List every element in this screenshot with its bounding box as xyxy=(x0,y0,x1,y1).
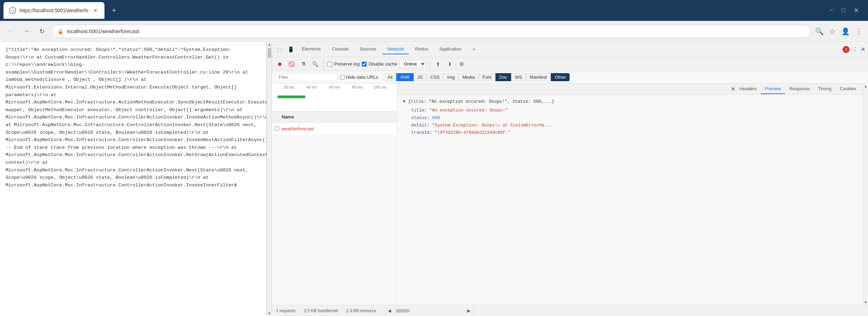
filter-tab-css[interactable]: CSS xyxy=(427,73,444,81)
scroll-left-arrow[interactable]: ◀ xyxy=(385,305,394,316)
hide-data-urls-input[interactable] xyxy=(340,75,345,79)
preview-title-val: "An exception occured: Ooops!" xyxy=(430,108,508,113)
maximize-button[interactable]: □ xyxy=(842,7,845,14)
filter-icon-button[interactable]: ⚗ xyxy=(298,59,308,69)
url-text: localhost:5001/weatherforecast xyxy=(67,28,139,34)
resource-size: 2.3 KB resource xyxy=(346,308,376,313)
filter-tab-js[interactable]: JS xyxy=(414,73,427,81)
page-scroll-thumb[interactable] xyxy=(268,48,271,58)
disable-cache-input[interactable] xyxy=(362,62,367,67)
filter-tab-media[interactable]: Media xyxy=(459,73,478,81)
network-left: 20 ms 40 ms 60 ms 80 ms 100 ms Name xyxy=(272,84,397,305)
filter-tab-xhr[interactable]: XHR xyxy=(396,73,413,81)
toolbar-divider-1 xyxy=(323,61,324,68)
url-bar[interactable]: 🔒 localhost:5001/weatherforecast xyxy=(52,25,811,38)
devtools-more-button[interactable]: ⋮ xyxy=(852,46,858,53)
devtools-scroll-up[interactable]: ▲ xyxy=(864,84,868,88)
panel-tab-cookies[interactable]: Cookies xyxy=(836,84,860,94)
reload-button[interactable]: ↻ xyxy=(36,26,47,37)
requests-count: 1 requests xyxy=(276,308,296,313)
menu-icon[interactable]: ⋮ xyxy=(855,27,862,36)
tab-network[interactable]: Network xyxy=(383,44,409,54)
browser-tab[interactable]: ⊙ https://localhost:5001/weatherfo ✕ xyxy=(3,2,104,19)
devtools-inspect-button[interactable]: ⬚ xyxy=(275,45,284,54)
record-button[interactable]: ⏺ xyxy=(275,59,284,69)
request-name[interactable]: weatherforecast xyxy=(282,126,386,131)
export-button[interactable]: ⬇ xyxy=(445,59,455,69)
clear-button[interactable]: 🚫 xyxy=(287,59,296,69)
column-header: Name xyxy=(272,111,397,123)
filter-tab-other[interactable]: Other xyxy=(551,73,570,81)
row-checkbox[interactable] xyxy=(275,126,282,132)
transferred-size: 2.5 KB transferred xyxy=(304,308,338,313)
tab-elements[interactable]: Elements xyxy=(297,44,326,54)
filter-tab-img[interactable]: Img xyxy=(444,73,459,81)
profile-icon[interactable]: 👤 xyxy=(841,27,850,36)
filter-type-tabs: All XHR JS CSS Img Media Font Doc WS Man… xyxy=(384,73,570,81)
preserve-log-input[interactable] xyxy=(327,62,332,67)
close-button[interactable]: ✕ xyxy=(854,7,859,14)
filter-tab-manifest[interactable]: Manifest xyxy=(526,73,551,81)
lock-icon: 🔒 xyxy=(57,29,63,34)
tab-close-button[interactable]: ✕ xyxy=(92,7,99,14)
panel-close-button[interactable]: ✕ xyxy=(731,86,735,92)
timeline: 20 ms 40 ms 60 ms 80 ms 100 ms xyxy=(272,84,397,111)
filter-tab-all[interactable]: All xyxy=(384,73,396,81)
devtools-tabs: ⬚ 📱 Elements Console Sources Network Red… xyxy=(272,42,868,57)
table-row[interactable]: weatherforecast xyxy=(272,123,397,135)
devtools-scroll-down[interactable]: ▼ xyxy=(864,300,868,304)
expand-icon[interactable]: ▼ xyxy=(403,99,406,104)
status-bar: 1 requests 2.5 KB transferred 2.3 KB res… xyxy=(272,305,868,316)
window-controls: − □ ✕ xyxy=(830,7,865,14)
back-button[interactable]: ← xyxy=(6,26,17,37)
import-button[interactable]: ⬆ xyxy=(433,59,443,69)
tab-application[interactable]: Application xyxy=(435,44,467,54)
page-vscroll[interactable]: ▲ ▼ xyxy=(267,42,272,316)
panel-tab-headers[interactable]: Headers xyxy=(735,84,761,94)
forward-button[interactable]: → xyxy=(21,26,32,37)
page-scroll-up[interactable]: ▲ xyxy=(268,43,271,46)
preview-content: ▼ {title: "An exception occured: Ooops!"… xyxy=(397,95,863,305)
timeline-bar-area xyxy=(272,92,397,106)
title-bar: ⊙ https://localhost:5001/weatherfo ✕ + −… xyxy=(0,0,868,21)
panel-tab-timing[interactable]: Timing xyxy=(814,84,836,94)
bookmark-icon[interactable]: ☆ xyxy=(829,27,836,36)
settings-button[interactable]: ⚙ xyxy=(457,59,467,69)
hide-data-urls-checkbox[interactable]: Hide data URLs xyxy=(340,75,378,80)
panel-tab-preview[interactable]: Preview xyxy=(761,84,785,94)
hide-data-urls-label: Hide data URLs xyxy=(346,75,378,80)
minimize-button[interactable]: − xyxy=(830,7,834,14)
devtools-close-button[interactable]: ✕ xyxy=(861,46,865,53)
preview-title-row: title: "An exception occured: Ooops!" xyxy=(411,107,858,114)
preserve-log-checkbox[interactable]: Preserve log xyxy=(327,61,360,67)
tab-console[interactable]: Console xyxy=(327,44,353,54)
filter-tab-font[interactable]: Font xyxy=(479,73,495,81)
h-scroll-thumb[interactable] xyxy=(396,309,410,313)
search-button[interactable]: 🔍 xyxy=(310,59,320,69)
devtools-header-right: 2 ⋮ ✕ xyxy=(843,46,865,53)
preview-trace-row: traceId: "|9f3d228b-4f89dbd22349c89f." xyxy=(411,129,858,137)
devtools-vscroll[interactable]: ▲ ▼ xyxy=(863,84,868,305)
filter-tab-doc[interactable]: Doc xyxy=(495,73,511,81)
page-scroll-down[interactable]: ▼ xyxy=(268,311,271,315)
zoom-icon[interactable]: 🔍 xyxy=(815,27,824,36)
throttle-select[interactable]: Online xyxy=(399,60,426,68)
timeline-label-100: 100 ms xyxy=(369,85,391,89)
tab-sources[interactable]: Sources xyxy=(355,44,381,54)
filter-input[interactable] xyxy=(275,73,337,81)
preview-trace-key: traceId xyxy=(411,130,430,135)
preview-detail-row: detail: "System.Exception: Ooops!↵ at Cu… xyxy=(411,122,858,129)
filter-tab-ws[interactable]: WS xyxy=(511,73,526,81)
row-checkbox-input[interactable] xyxy=(275,126,279,131)
h-scroll-area[interactable] xyxy=(394,305,464,316)
scroll-right-arrow[interactable]: ▶ xyxy=(464,305,474,316)
tab-redux[interactable]: Redux xyxy=(410,44,433,54)
devtools-device-button[interactable]: 📱 xyxy=(286,45,296,54)
preview-status-val: 500 xyxy=(432,116,440,121)
disable-cache-checkbox[interactable]: Disable cache xyxy=(362,61,397,67)
toolbar-divider-2 xyxy=(429,61,430,68)
new-tab-button[interactable]: + xyxy=(107,3,121,17)
tab-more[interactable]: » xyxy=(468,44,480,54)
panel-tab-response[interactable]: Response xyxy=(785,84,814,94)
page-content: {"title":"An exception occured: Ooops!",… xyxy=(0,42,267,316)
